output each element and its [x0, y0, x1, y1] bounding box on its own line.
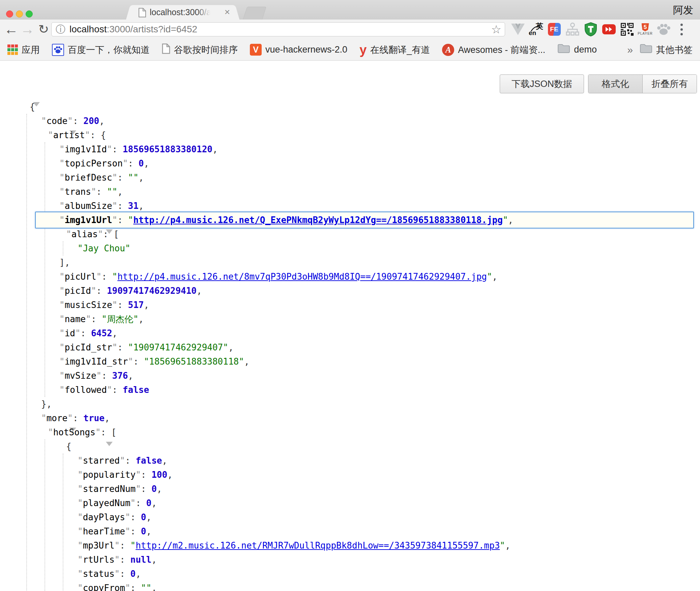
json-key: status	[83, 569, 115, 579]
json-row: "Jay Chou"	[0, 241, 700, 255]
json-key-quote: "	[95, 427, 101, 437]
json-link[interactable]: http://p4.music.126.net/8mv7qP30Pd3oHW8b…	[117, 272, 487, 282]
json-value: "Jay Chou"	[78, 243, 130, 253]
json-row: "hotSongs": [	[0, 425, 700, 439]
bookmark-awesomes[interactable]: A Awesomes - 前端资...	[442, 44, 545, 56]
json-key: picId_str	[65, 342, 112, 352]
format-button[interactable]: 格式化	[588, 75, 643, 93]
awesomes-icon: A	[442, 44, 454, 56]
json-key-quote: "	[59, 328, 65, 338]
info-icon[interactable]: ⓘ	[56, 25, 65, 34]
bookmarks-overflow-chevron[interactable]: »	[627, 44, 633, 56]
fe-helper-icon[interactable]: FE	[546, 21, 562, 37]
json-value: 0	[139, 158, 144, 168]
json-colon: :	[90, 130, 100, 140]
json-key-quote: "	[85, 130, 90, 140]
json-value: 100	[151, 470, 167, 480]
bookmark-vue-hackernews[interactable]: V vue-hackernews-2.0	[250, 44, 347, 56]
forward-arrow-icon[interactable]: →	[20, 20, 35, 39]
json-colon: :	[117, 300, 128, 310]
address-bar[interactable]: ⓘ localhost:3000/artists?id=6452 ☆	[51, 22, 505, 36]
json-link[interactable]: http://m2.music.126.net/RMJR7wDullRqppBk…	[136, 540, 500, 551]
json-colon: :	[117, 173, 128, 183]
json-bracket: {	[101, 130, 106, 140]
url-text[interactable]: localhost:3000/artists?id=6452	[69, 24, 197, 35]
bookmark-star-icon[interactable]: ☆	[491, 24, 501, 35]
json-comma: ,	[136, 569, 141, 579]
json-value: ""	[128, 173, 139, 183]
url-path: :3000/artists?id=6452	[107, 24, 198, 34]
json-comma: ,	[146, 526, 152, 536]
json-value: "19097417462929407"	[128, 342, 228, 352]
qr-code-icon[interactable]	[619, 21, 635, 37]
json-colon: :	[141, 484, 151, 494]
new-tab-button[interactable]	[243, 7, 267, 20]
close-window-button[interactable]	[6, 10, 13, 18]
browser-window: localhost:3000/artists?id=645 × 阿发 ← → ↻…	[0, 0, 700, 591]
apps-grid-icon	[7, 44, 18, 55]
json-key-quote: "	[128, 356, 134, 367]
json-key-quote: "	[67, 413, 73, 423]
json-value: 0	[151, 484, 157, 494]
json-comma: ,	[167, 470, 173, 480]
json-key-quote: "	[59, 342, 65, 352]
json-key-quote: "	[78, 484, 83, 494]
json-value: false	[123, 385, 149, 395]
translate-icon[interactable]: 英 en	[528, 21, 544, 37]
json-colon: :	[130, 583, 141, 591]
extension-icons: 英 en FE 5 PLAYER	[510, 21, 690, 38]
json-key: picUrl	[65, 272, 96, 282]
browser-user-label: 阿发	[673, 3, 693, 17]
vue-devtools-icon[interactable]	[510, 21, 526, 37]
json-row: "topicPerson": 0,	[0, 156, 700, 170]
json-row: "starred": false,	[0, 454, 700, 468]
video-speed-icon[interactable]	[601, 21, 617, 37]
browser-menu-icon[interactable]	[674, 21, 690, 37]
json-comma: ,	[197, 286, 202, 296]
collapse-all-button[interactable]: 折叠所有	[643, 75, 697, 93]
html5-player-icon[interactable]: 5 PLAYER	[637, 21, 653, 37]
download-json-button[interactable]: 下载JSON数据	[500, 74, 584, 93]
json-row: "name": "周杰伦",	[0, 312, 700, 326]
json-bracket: {	[30, 102, 35, 112]
back-arrow-icon[interactable]: ←	[3, 20, 19, 39]
json-row: "alias": [	[0, 227, 700, 241]
tampermonkey-icon[interactable]	[583, 21, 599, 37]
sitemap-icon[interactable]	[564, 21, 580, 37]
zoom-window-button[interactable]	[26, 10, 33, 18]
collapse-triangle-icon[interactable]	[106, 442, 113, 456]
json-colon: :	[130, 512, 141, 522]
json-value: 517	[128, 300, 144, 310]
page-doc-icon	[138, 8, 146, 19]
json-comma: ,	[212, 144, 218, 154]
bookmark-google-sort[interactable]: 谷歌按时间排序	[162, 43, 238, 56]
tab-close-icon[interactable]: ×	[225, 5, 230, 20]
json-colon: :	[136, 498, 146, 508]
json-comma: ,	[151, 498, 157, 508]
reload-icon[interactable]: ↻	[35, 20, 52, 39]
window-controls	[6, 10, 33, 18]
page-icon	[162, 43, 170, 56]
bookmark-demo-folder[interactable]: demo	[557, 43, 597, 56]
json-colon: :	[73, 413, 83, 423]
json-colon: :	[91, 314, 101, 324]
json-key-quote: "	[78, 569, 83, 579]
browser-tab[interactable]: localhost:3000/artists?id=645 ×	[132, 5, 233, 20]
paw-icon[interactable]	[655, 21, 671, 37]
folder-icon	[640, 43, 652, 56]
other-bookmarks[interactable]: 其他书签	[640, 43, 693, 56]
json-link[interactable]: http://p4.music.126.net/Q_ExePNkmqB2yWyL…	[133, 215, 503, 225]
bookmarks-right: » 其他书签	[627, 43, 693, 56]
json-key-quote: "	[59, 385, 65, 395]
bookmark-apps[interactable]: 应用	[7, 44, 40, 56]
json-key: name	[65, 314, 86, 324]
fe-badge: FE	[548, 23, 561, 36]
minimize-window-button[interactable]	[16, 10, 23, 18]
json-comma: ,	[151, 583, 157, 591]
json-comma: ,	[146, 512, 152, 522]
json-row-highlighted: "img1v1Url": "http://p4.music.126.net/Q_…	[0, 213, 700, 227]
json-row: "status": 0,	[0, 567, 700, 581]
bookmark-baidu[interactable]: 百度一下，你就知道	[52, 44, 150, 56]
bookmark-youdao[interactable]: y 在线翻译_有道	[359, 44, 430, 56]
json-comma: ,	[244, 356, 250, 367]
